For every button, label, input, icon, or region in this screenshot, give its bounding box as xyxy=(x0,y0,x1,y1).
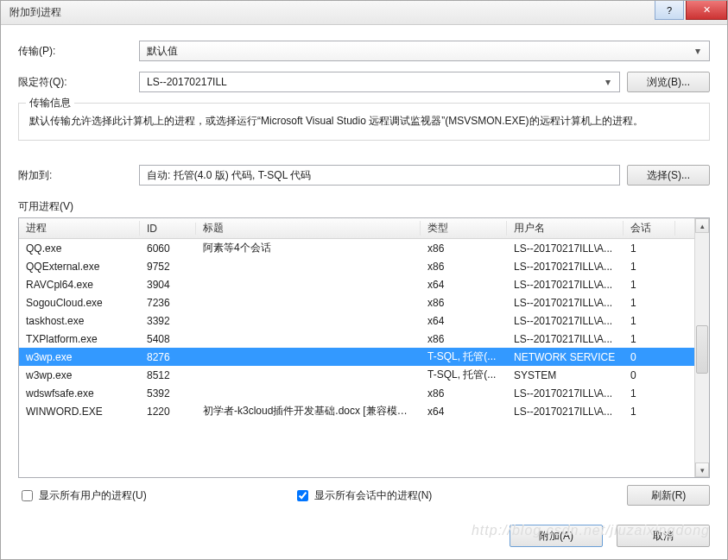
qualifier-combo[interactable]: LS--20170217ILL ▾ xyxy=(139,72,620,92)
transport-combo[interactable]: 默认值 ▾ xyxy=(139,41,710,61)
transport-info-group: 传输信息 默认传输允许选择此计算机上的进程，或选择运行“Microsoft Vi… xyxy=(18,103,710,141)
table-header: 进程 ID 标题 类型 用户名 会话 xyxy=(19,218,694,239)
table-cell: 9752 xyxy=(140,261,196,273)
close-button[interactable]: ✕ xyxy=(686,1,727,20)
col-type[interactable]: 类型 xyxy=(421,221,507,236)
qualifier-label: 限定符(Q): xyxy=(18,75,139,90)
table-cell: x64 xyxy=(421,406,507,418)
table-row[interactable]: WINWORD.EXE1220初学者-k3cloud插件开发基础.docx [兼… xyxy=(19,402,694,420)
table-row[interactable]: RAVCpl64.exe3904x64LS--20170217ILL\A...1 xyxy=(19,275,694,293)
table-cell: TXPlatform.exe xyxy=(19,333,140,345)
table-cell: 1 xyxy=(624,261,675,273)
table-cell: w3wp.exe xyxy=(19,369,140,381)
table-cell: x86 xyxy=(421,242,507,255)
table-cell: 1 xyxy=(624,333,675,345)
table-cell: 5408 xyxy=(140,333,196,345)
col-id[interactable]: ID xyxy=(140,223,196,235)
table-row[interactable]: w3wp.exe8276T-SQL, 托管(...NETWORK SERVICE… xyxy=(19,348,694,366)
table-cell: 6060 xyxy=(140,242,196,255)
vertical-scrollbar[interactable]: ▴ ▾ xyxy=(694,218,709,477)
table-cell: 1 xyxy=(624,279,675,291)
table-cell: 1 xyxy=(624,297,675,309)
show-all-users-checkbox[interactable] xyxy=(22,490,33,501)
table-cell: 7236 xyxy=(140,297,196,309)
table-row[interactable]: SogouCloud.exe7236x86LS--20170217ILL\A..… xyxy=(19,293,694,311)
show-all-sessions-checkbox[interactable] xyxy=(297,490,308,501)
table-row[interactable]: QQExternal.exe9752x86LS--20170217ILL\A..… xyxy=(19,257,694,275)
scroll-down-icon[interactable]: ▾ xyxy=(695,462,709,477)
attach-button[interactable]: 附加(A) xyxy=(510,525,603,547)
transport-label: 传输(P): xyxy=(18,44,139,59)
col-session[interactable]: 会话 xyxy=(624,221,675,236)
dialog-content: 传输(P): 默认值 ▾ 限定符(Q): LS--20170217ILL ▾ 浏… xyxy=(1,25,727,559)
table-cell: 1 xyxy=(624,406,675,418)
scroll-up-icon[interactable]: ▴ xyxy=(695,218,709,233)
transport-info-legend: 传输信息 xyxy=(26,96,74,110)
table-cell: 3392 xyxy=(140,315,196,327)
table-cell: w3wp.exe xyxy=(19,351,140,363)
select-button[interactable]: 选择(S)... xyxy=(627,165,710,186)
show-all-sessions-label: 显示所有会话中的进程(N) xyxy=(314,488,433,503)
show-all-sessions-check[interactable]: 显示所有会话中的进程(N) xyxy=(294,488,433,504)
process-table: 进程 ID 标题 类型 用户名 会话 QQ.exe6060阿素等4个会话x86L… xyxy=(18,217,710,478)
show-all-users-check[interactable]: 显示所有用户的进程(U) xyxy=(18,488,147,504)
options-row: 显示所有用户的进程(U) 显示所有会话中的进程(N) 刷新(R) xyxy=(18,485,710,506)
refresh-button[interactable]: 刷新(R) xyxy=(627,485,710,506)
table-cell: x64 xyxy=(421,279,507,291)
show-all-users-label: 显示所有用户的进程(U) xyxy=(39,488,147,503)
table-cell: taskhost.exe xyxy=(19,315,140,327)
chevron-down-icon: ▾ xyxy=(600,76,616,88)
table-cell: T-SQL, 托管(... xyxy=(421,349,507,364)
transport-value: 默认值 xyxy=(147,44,178,59)
window-title: 附加到进程 xyxy=(9,5,61,20)
table-cell: x86 xyxy=(421,333,507,345)
table-cell: LS--20170217ILL\A... xyxy=(507,315,624,327)
table-cell: 3904 xyxy=(140,279,196,291)
titlebar: 附加到进程 ? ✕ xyxy=(1,1,727,25)
window-buttons: ? ✕ xyxy=(655,1,727,20)
table-cell: WINWORD.EXE xyxy=(19,406,140,418)
table-row[interactable]: TXPlatform.exe5408x86LS--20170217ILL\A..… xyxy=(19,330,694,348)
table-row[interactable]: taskhost.exe3392x64LS--20170217ILL\A...1 xyxy=(19,311,694,330)
table-cell: 1 xyxy=(624,315,675,327)
transport-info-text: 默认传输允许选择此计算机上的进程，或选择运行“Microsoft Visual … xyxy=(29,112,699,129)
process-table-body[interactable]: 进程 ID 标题 类型 用户名 会话 QQ.exe6060阿素等4个会话x86L… xyxy=(19,218,694,477)
table-cell: LS--20170217ILL\A... xyxy=(507,297,624,309)
col-user[interactable]: 用户名 xyxy=(507,221,624,236)
qualifier-row: 限定符(Q): LS--20170217ILL ▾ 浏览(B)... xyxy=(18,72,710,92)
table-cell: LS--20170217ILL\A... xyxy=(507,387,624,400)
table-cell: 8276 xyxy=(140,351,196,363)
table-cell: LS--20170217ILL\A... xyxy=(507,261,624,273)
table-cell: LS--20170217ILL\A... xyxy=(507,279,624,291)
table-cell: NETWORK SERVICE xyxy=(507,351,624,363)
table-cell: wdswfsafe.exe xyxy=(19,387,140,400)
attachto-value: 自动: 托管(4.0 版) 代码, T-SQL 代码 xyxy=(139,165,620,186)
col-process[interactable]: 进程 xyxy=(19,221,140,236)
dialog-window: 附加到进程 ? ✕ 传输(P): 默认值 ▾ 限定符(Q): LS--20170… xyxy=(0,0,728,560)
col-title[interactable]: 标题 xyxy=(196,221,421,236)
scroll-track[interactable] xyxy=(695,233,709,462)
table-row[interactable]: wdswfsafe.exe5392x86LS--20170217ILL\A...… xyxy=(19,384,694,402)
table-cell: SogouCloud.exe xyxy=(19,297,140,309)
table-cell: QQ.exe xyxy=(19,242,140,255)
browse-button[interactable]: 浏览(B)... xyxy=(627,72,710,92)
attachto-label: 附加到: xyxy=(18,168,139,183)
qualifier-value: LS--20170217ILL xyxy=(147,76,227,88)
table-cell: 阿素等4个会话 xyxy=(196,241,421,255)
help-button[interactable]: ? xyxy=(655,1,684,20)
table-cell: x86 xyxy=(421,261,507,273)
table-row[interactable]: w3wp.exe8512T-SQL, 托管(...SYSTEM0 xyxy=(19,366,694,384)
scroll-thumb[interactable] xyxy=(696,325,708,374)
table-cell: T-SQL, 托管(... xyxy=(421,368,507,382)
table-cell: x86 xyxy=(421,297,507,309)
table-cell: 0 xyxy=(624,351,675,363)
table-cell: 1 xyxy=(624,242,675,255)
table-cell: 0 xyxy=(624,369,675,381)
table-cell: QQExternal.exe xyxy=(19,261,140,273)
cancel-button[interactable]: 取消 xyxy=(617,525,710,547)
table-row[interactable]: QQ.exe6060阿素等4个会话x86LS--20170217ILL\A...… xyxy=(19,239,694,257)
footer: 附加(A) 取消 xyxy=(18,506,710,547)
table-cell: RAVCpl64.exe xyxy=(19,279,140,291)
table-cell: 8512 xyxy=(140,369,196,381)
attachto-row: 附加到: 自动: 托管(4.0 版) 代码, T-SQL 代码 选择(S)... xyxy=(18,165,710,186)
